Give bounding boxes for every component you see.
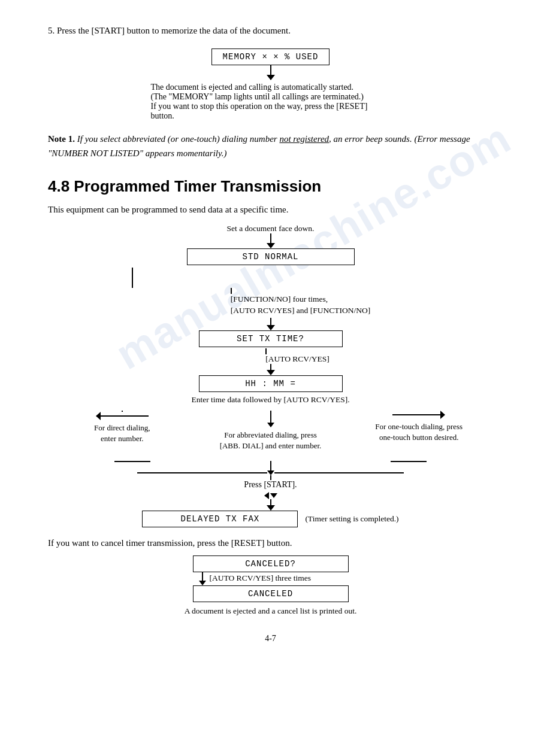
line-to-hh xyxy=(270,364,271,370)
h-converge-line xyxy=(137,470,404,475)
auto-rcv-label-row: [AUTO RCV/YES] xyxy=(48,348,493,364)
arrow-to-set-tx xyxy=(48,318,493,325)
cancel-section: If you want to cancel timer transmission… xyxy=(48,538,493,616)
section48-heading: 4.8 Programmed Timer Transmission xyxy=(48,177,493,196)
press-start-arrows xyxy=(264,492,277,499)
canceled-q-box: CANCELED? xyxy=(193,555,349,572)
branch-onetouch-label: For one-touch dialing, pressone-touch bu… xyxy=(375,421,463,443)
line-to-delayed xyxy=(270,499,271,505)
canceled-flow: CANCELED? [AUTO RCV/YES] three times CAN… xyxy=(48,555,493,616)
memory-desc: The document is ejected and calling is a… xyxy=(151,83,391,121)
press-start-label: Press [START]. xyxy=(244,480,297,490)
three-way-branch: For direct dialing,enter number. For abb… xyxy=(48,411,493,451)
page-number: 4-7 xyxy=(48,634,493,643)
branch-lines: For direct dialing,enter number. For abb… xyxy=(48,411,493,451)
memory-flow: MEMORY × × % USED The document is ejecte… xyxy=(48,48,493,121)
flow-arrow-3 xyxy=(267,370,275,375)
canceled-box: CANCELED xyxy=(193,585,349,602)
delayed-tx-row: DELAYED TX FAX (Timer setting is complet… xyxy=(142,511,398,527)
delayed-tx-box: DELAYED TX FAX xyxy=(142,511,298,527)
branch-onetouch: For one-touch dialing, pressone-touch bu… xyxy=(344,411,493,443)
converge-row xyxy=(48,461,493,470)
function-no-label xyxy=(96,268,133,288)
std-normal-box: STD NORMAL xyxy=(187,248,355,265)
step5-intro: 5. Press the [START] button to memorize … xyxy=(48,24,493,38)
auto-rcv-label: [AUTO RCV/YES] xyxy=(265,354,330,364)
auto-rcv-three-row: [AUTO RCV/YES] three times xyxy=(187,572,355,585)
function-label-row: [FUNCTION/NO] four times, [AUTO RCV/YES]… xyxy=(48,288,493,317)
branch-direct: For direct dialing,enter number. xyxy=(48,411,197,444)
press-start-section: Press [START]. DELAYED TX FAX (Timer set… xyxy=(48,461,493,527)
flow-line-1 xyxy=(270,233,271,243)
flow-diagram-48: Set a document face down. STD NORMAL [FU… xyxy=(48,222,493,527)
step5-text: 5. Press the [START] button to memorize … xyxy=(48,26,291,35)
line-to-press-start xyxy=(270,475,271,480)
memory-box: MEMORY × × % USED xyxy=(211,48,330,65)
flow-arrow-delayed xyxy=(267,505,275,511)
flow-line xyxy=(270,65,271,75)
note1-text: If you select abbreviated (or one-touch)… xyxy=(48,134,470,158)
flow-arrow-1 xyxy=(267,243,275,248)
branch-abbr-label: For abbreviated dialing, press[ABB. DIAL… xyxy=(220,430,322,451)
auto-rcv-three-label: [AUTO RCV/YES] three times xyxy=(210,573,312,583)
canceled-desc: A document is ejected and a cancel list … xyxy=(185,606,357,616)
hh-mm-box: HH : MM = xyxy=(199,375,343,392)
face-down-label: Set a document face down. xyxy=(227,224,315,233)
branch-abbr: For abbreviated dialing, press[ABB. DIAL… xyxy=(197,411,345,451)
branch-direct-label: For direct dialing,enter number. xyxy=(94,423,150,444)
note1: Note 1. If you select abbreviated (or on… xyxy=(48,132,493,160)
set-tx-box: SET TX TIME? xyxy=(199,330,343,347)
flow-arrow-2 xyxy=(267,325,275,330)
enter-time-desc: Enter time data followed by [AUTO RCV/YE… xyxy=(191,395,349,405)
delayed-tx-desc: (Timer setting is completed.) xyxy=(305,514,398,524)
note1-label: Note 1. xyxy=(48,134,75,144)
cancel-intro: If you want to cancel timer transmission… xyxy=(48,538,493,548)
flow-arrow xyxy=(267,75,275,80)
function-no-desc: [FUNCTION/NO] four times, [AUTO RCV/YES]… xyxy=(231,294,370,317)
note1-underline: not registered, xyxy=(279,134,331,144)
section48-desc: This equipment can be programmed to send… xyxy=(48,203,493,217)
